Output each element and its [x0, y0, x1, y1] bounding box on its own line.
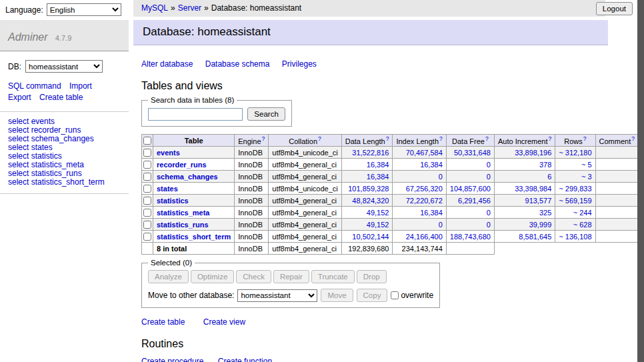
data-free-link[interactable]: 0 [487, 221, 491, 229]
auto-increment-link[interactable]: 33,898,196 [515, 149, 551, 157]
help-icon[interactable]: ? [386, 135, 389, 142]
data-free-link[interactable]: 0 [487, 173, 491, 181]
data-free-link[interactable]: 50,331,648 [454, 149, 491, 157]
row-checkbox[interactable] [143, 233, 151, 241]
create-view-link[interactable]: Create view [203, 317, 245, 327]
table-name-link[interactable]: statistics_meta [157, 209, 210, 217]
sidebar-link-import[interactable]: Import [69, 81, 92, 91]
help-icon[interactable]: ? [549, 135, 552, 142]
rows-link[interactable]: ~ 299,833 [559, 185, 591, 193]
auto-increment-link[interactable]: 325 [539, 209, 551, 217]
table-name-link[interactable]: events [157, 149, 180, 157]
rows-link[interactable]: ~ 569,159 [559, 197, 591, 205]
auto-increment-link[interactable]: 6 [547, 173, 551, 181]
index-length-link[interactable]: 67,256,320 [406, 185, 443, 193]
select-all-checkbox[interactable] [143, 137, 151, 145]
database-schema-link[interactable]: Database schema [205, 59, 270, 69]
sidebar-link-sql-command[interactable]: SQL command [8, 81, 61, 91]
create-table-link[interactable]: Create table [141, 317, 185, 327]
index-length-link[interactable]: 72,220,672 [406, 197, 443, 205]
auto-increment-link[interactable]: 378 [539, 161, 551, 169]
rows-link[interactable]: ~ 312,180 [559, 149, 591, 157]
collation-cell: utf8mb4_unicode_ci [269, 183, 341, 195]
rows-link[interactable]: ~ 244 [573, 209, 592, 217]
index-length-link[interactable]: 70,467,584 [406, 149, 443, 157]
row-checkbox[interactable] [143, 221, 151, 229]
create-procedure-link[interactable]: Create procedure [141, 357, 203, 362]
truncate-button[interactable]: Truncate [311, 270, 355, 283]
privileges-link[interactable]: Privileges [282, 59, 317, 69]
db-select[interactable]: homeassistant [25, 60, 103, 73]
table-name-link[interactable]: schema_changes [157, 173, 218, 181]
sidebar-link-create-table[interactable]: Create table [39, 93, 83, 102]
data-length-link[interactable]: 10,502,144 [352, 233, 389, 241]
help-icon[interactable]: ? [439, 135, 443, 142]
comment-cell [595, 207, 638, 219]
data-free-link[interactable]: 0 [487, 209, 491, 217]
data-free-link[interactable]: 6,291,456 [458, 197, 491, 205]
rows-link[interactable]: ~ 3 [581, 173, 592, 181]
data-length-link[interactable]: 31,522,816 [352, 149, 389, 157]
analyze-button[interactable]: Analyze [148, 270, 189, 283]
row-checkbox[interactable] [143, 173, 151, 181]
rows-link[interactable]: ~ 5 [581, 161, 592, 169]
optimize-button[interactable]: Optimize [191, 270, 234, 283]
row-checkbox[interactable] [143, 209, 151, 217]
repair-button[interactable]: Repair [273, 270, 309, 283]
help-icon[interactable]: ? [262, 135, 265, 142]
data-length-link[interactable]: 16,384 [367, 173, 389, 181]
row-checkbox[interactable] [143, 149, 151, 157]
language-select[interactable]: English [47, 3, 121, 16]
table-row: schema_changesInnoDButf8mb4_general_ci16… [142, 171, 639, 183]
auto-increment-link[interactable]: 33,398,984 [515, 185, 551, 193]
alter-database-link[interactable]: Alter database [141, 59, 193, 69]
index-length-link[interactable]: 0 [439, 173, 443, 181]
data-length-link[interactable]: 49,152 [367, 209, 389, 217]
search-button[interactable]: Search [247, 107, 285, 121]
index-length-link[interactable]: 16,384 [420, 161, 443, 169]
help-icon[interactable]: ? [485, 135, 489, 142]
data-length-link[interactable]: 16,384 [367, 161, 389, 169]
copy-button[interactable]: Copy [357, 289, 388, 302]
logout-button[interactable]: Logout [596, 2, 633, 15]
sidebar-table-link[interactable]: select statistics_short_term [8, 178, 121, 187]
breadcrumb-link-server[interactable]: Server [178, 3, 201, 13]
index-length-link[interactable]: 0 [439, 221, 443, 229]
data-free-link[interactable]: 188,743,680 [450, 233, 491, 241]
data-length-link[interactable]: 48,824,320 [352, 197, 389, 205]
help-icon[interactable]: ? [583, 135, 587, 142]
move-button[interactable]: Move [321, 289, 353, 302]
drop-button[interactable]: Drop [357, 270, 387, 283]
help-icon[interactable]: ? [631, 135, 635, 142]
auto-increment-link[interactable]: 8,581,645 [519, 233, 551, 241]
help-icon[interactable]: ? [318, 135, 321, 142]
move-database-select[interactable]: homeassistant [237, 289, 317, 302]
table-name-link[interactable]: recorder_runs [157, 161, 207, 169]
auto-increment-link[interactable]: 913,577 [525, 197, 552, 205]
table-name-link[interactable]: statistics_short_term [157, 233, 231, 241]
check-button[interactable]: Check [236, 270, 271, 283]
app-name[interactable]: Adminer [8, 31, 48, 43]
table-name-link[interactable]: statistics [157, 197, 189, 205]
sidebar-link-export[interactable]: Export [8, 93, 31, 102]
row-checkbox[interactable] [143, 161, 151, 169]
table-name-link[interactable]: statistics_runs [157, 221, 209, 229]
auto-increment-link[interactable]: 39,999 [529, 221, 552, 229]
collation-cell: utf8mb4_general_ci [269, 159, 341, 171]
data-free-link[interactable]: 104,857,600 [450, 185, 491, 193]
data-length-link[interactable]: 101,859,328 [348, 185, 389, 193]
row-checkbox[interactable] [143, 185, 151, 193]
index-length-link[interactable]: 24,166,400 [406, 233, 443, 241]
index-length-link[interactable]: 16,384 [420, 209, 443, 217]
data-free-link[interactable]: 0 [487, 161, 491, 169]
vertical-scrollbar[interactable] [637, 0, 644, 362]
overwrite-checkbox[interactable] [391, 291, 399, 299]
breadcrumb-link-mysql[interactable]: MySQL [141, 3, 168, 13]
rows-link[interactable]: ~ 136,108 [559, 233, 591, 241]
create-function-link[interactable]: Create function [218, 357, 272, 362]
data-length-link[interactable]: 49,152 [367, 221, 389, 229]
row-checkbox[interactable] [143, 197, 151, 205]
rows-link[interactable]: ~ 628 [573, 221, 592, 229]
table-name-link[interactable]: states [157, 185, 178, 193]
search-input[interactable] [148, 108, 243, 121]
